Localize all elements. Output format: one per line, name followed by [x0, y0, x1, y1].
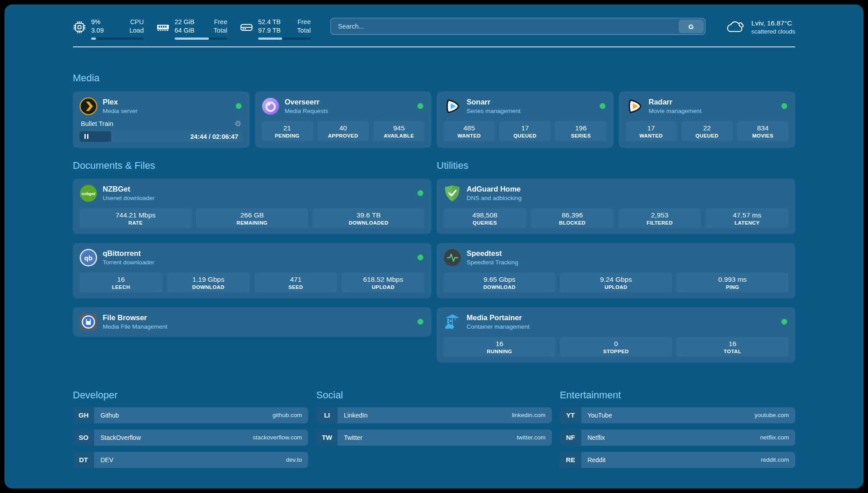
- pause-icon[interactable]: [84, 134, 86, 139]
- qbittorrent-title: qBittorrent: [103, 249, 154, 258]
- qbittorrent-card[interactable]: qb qBittorrent Torrent downloader 16LEEC…: [73, 243, 431, 298]
- search-engine-button[interactable]: G: [679, 20, 704, 33]
- disk-free-value: 52.4 TB: [258, 18, 281, 26]
- nzbget-stat-rate: 744.21 MbpsRATE: [79, 208, 192, 228]
- disk-total-label: Total: [297, 26, 311, 35]
- qbittorrent-status-dot: [417, 255, 423, 260]
- ram-free-value: 22 GiB: [175, 18, 194, 26]
- system-stats: 9%CPU 3.09Load: [73, 18, 311, 40]
- nzbget-icon: nzbget: [79, 184, 97, 202]
- disk-progress-bar: [258, 38, 311, 40]
- plex-progress-elapsed: [79, 131, 111, 142]
- disk-icon: [240, 21, 253, 34]
- header-divider: [73, 46, 795, 47]
- top-bar: 9%CPU 3.09Load: [73, 18, 795, 40]
- sonarr-title: Sonarr: [467, 98, 521, 106]
- sonarr-card[interactable]: Sonarr Series management 485WANTED 17QUE…: [437, 92, 613, 148]
- disk-stat: 52.4 TBFree 97.9 TBTotal: [240, 18, 311, 40]
- speedtest-subtitle: Speedtest Tracking: [467, 259, 518, 266]
- speedtest-card[interactable]: Speedtest Speedtest Tracking 9.65 GbpsDO…: [437, 243, 795, 298]
- link-stackoverflow-name: StackOverflow: [100, 434, 141, 441]
- portainer-subtitle: Container management: [467, 323, 530, 330]
- link-dev[interactable]: DT DEVdev.to: [73, 452, 308, 468]
- link-github-url: github.com: [272, 412, 302, 418]
- radarr-stat-movies: 834MOVIES: [737, 121, 789, 141]
- cpu-load-label: Load: [129, 26, 144, 35]
- link-youtube[interactable]: YT YouTubeyoutube.com: [560, 407, 795, 423]
- filebrowser-card[interactable]: File Browser Media File Management: [73, 307, 431, 337]
- ram-total-label: Total: [213, 26, 227, 35]
- adguard-stat-filtered: 2,953FILTERED: [618, 208, 701, 228]
- radarr-stat-queued: 22QUEUED: [681, 121, 733, 141]
- portainer-title: Media Portainer: [467, 313, 530, 322]
- speedtest-stat-download: 9.65 GbpsDOWNLOAD: [443, 272, 555, 292]
- link-dev-abbr: DT: [73, 452, 94, 468]
- search-bar: G: [330, 18, 705, 35]
- weather-widget: Lviv, 16.87°C scattered clouds: [725, 18, 795, 35]
- nzbget-stat-downloaded: 39.6 TBDOWNLOADED: [313, 208, 425, 228]
- qbittorrent-stat-leech: 16LEECH: [79, 272, 163, 292]
- adguard-subtitle: DNS and adblocking: [467, 195, 522, 201]
- link-twitter[interactable]: TW Twittertwitter.com: [316, 430, 551, 446]
- link-dev-url: dev.to: [286, 456, 302, 463]
- link-github-name: Github: [100, 412, 119, 419]
- sonarr-stat-queued: 17QUEUED: [499, 121, 551, 141]
- portainer-stat-total: 16TOTAL: [676, 337, 789, 357]
- link-github[interactable]: GH Githubgithub.com: [73, 407, 308, 423]
- ram-free-label: Free: [214, 18, 227, 26]
- link-dev-name: DEV: [100, 456, 113, 464]
- portainer-status-dot: [781, 319, 787, 325]
- link-linkedin-abbr: LI: [316, 407, 338, 423]
- ram-progress-bar: [175, 38, 227, 40]
- entertainment-links-section: Entertainment YT YouTubeyoutube.com NF N…: [560, 389, 795, 468]
- radarr-card[interactable]: Radarr Movie management 17WANTED 22QUEUE…: [619, 92, 796, 148]
- cpu-usage-label: CPU: [130, 18, 144, 26]
- section-title-documents: Documents & Files: [73, 160, 431, 171]
- plex-playback-progress[interactable]: 24:44 / 02:06:47: [79, 131, 243, 142]
- speedtest-icon: [443, 249, 461, 267]
- speedtest-title: Speedtest: [467, 249, 518, 258]
- portainer-stat-running: 16RUNNING: [443, 337, 555, 357]
- svg-text:nzbget: nzbget: [82, 191, 96, 196]
- section-title-entertainment: Entertainment: [560, 389, 795, 401]
- plex-settings-gear-icon[interactable]: ⚙: [234, 120, 241, 128]
- radarr-title: Radarr: [649, 98, 702, 106]
- link-netflix-url: netflix.com: [760, 434, 789, 441]
- weather-location-temp: Lviv, 16.87°C: [751, 19, 795, 28]
- plex-title: Plex: [103, 98, 138, 106]
- search-input[interactable]: [330, 18, 705, 35]
- link-netflix[interactable]: NF Netflixnetflix.com: [560, 430, 795, 446]
- nzbget-subtitle: Usenet downloader: [103, 195, 154, 201]
- nzbget-card[interactable]: nzbget NZBGet Usenet downloader 744.21 M…: [73, 179, 431, 234]
- link-stackoverflow[interactable]: SO StackOverflowstackoverflow.com: [73, 430, 308, 446]
- portainer-card[interactable]: Media Portainer Container management 16R…: [437, 307, 795, 363]
- link-stackoverflow-abbr: SO: [73, 430, 94, 446]
- qbittorrent-stat-upload: 618.52 MbpsUPLOAD: [342, 272, 425, 292]
- adguard-title: AdGuard Home: [467, 185, 522, 193]
- cpu-usage-value: 9%: [91, 18, 100, 26]
- speedtest-stat-upload: 9.24 GbpsUPLOAD: [560, 272, 672, 292]
- filebrowser-subtitle: Media File Management: [103, 323, 167, 330]
- overseerr-subtitle: Media Requests: [285, 108, 329, 114]
- overseerr-card[interactable]: Overseerr Media Requests 21PENDING 40APP…: [255, 92, 432, 148]
- adguard-card[interactable]: AdGuard Home DNS and adblocking 498,508Q…: [437, 179, 795, 234]
- cpu-stat: 9%CPU 3.09Load: [73, 18, 144, 40]
- disk-free-label: Free: [297, 18, 311, 26]
- ram-stat: 22 GiBFree 64 GiBTotal: [156, 18, 227, 40]
- link-reddit[interactable]: RE Redditreddit.com: [560, 452, 795, 468]
- radarr-stat-wanted: 17WANTED: [626, 121, 677, 141]
- link-youtube-name: YouTube: [588, 412, 612, 419]
- link-linkedin[interactable]: LI LinkedInlinkedin.com: [316, 407, 551, 423]
- section-title-developer: Developer: [73, 389, 308, 401]
- link-twitter-abbr: TW: [316, 430, 338, 446]
- overseerr-stat-pending: 21PENDING: [262, 121, 313, 141]
- adguard-stat-latency: 47.57 msLATENCY: [705, 208, 789, 228]
- speedtest-stat-ping: 0.993 msPING: [676, 272, 789, 292]
- plex-playback-time: 24:44 / 02:06:47: [190, 131, 238, 142]
- nzbget-title: NZBGet: [103, 185, 154, 193]
- overseerr-stat-approved: 40APPROVED: [317, 121, 369, 141]
- ram-icon: [156, 21, 170, 34]
- plex-card[interactable]: Plex Media server Bullet Train ⚙ 24:44: [73, 92, 250, 148]
- link-netflix-name: Netflix: [588, 434, 605, 441]
- cpu-icon: [73, 21, 86, 34]
